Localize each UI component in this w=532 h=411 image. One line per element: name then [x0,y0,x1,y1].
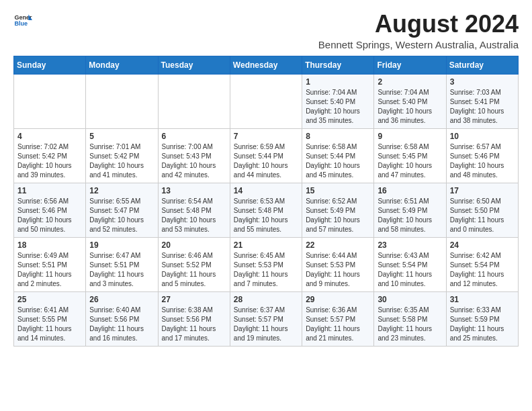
cell-content: Sunrise: 7:04 AMSunset: 5:40 PMDaylight:… [378,88,442,126]
calendar-cell: 3Sunrise: 7:03 AMSunset: 5:41 PMDaylight… [446,74,518,128]
day-number: 1 [306,77,370,87]
day-number: 12 [89,186,154,195]
cell-content: Sunrise: 6:38 AMSunset: 5:56 PMDaylight:… [162,306,226,343]
calendar-cell: 19Sunrise: 6:47 AMSunset: 5:51 PMDayligh… [86,237,158,291]
cell-content: Sunrise: 6:44 AMSunset: 5:53 PMDaylight:… [306,251,370,289]
location-title: Bennett Springs, Western Australia, Aust… [318,39,519,50]
week-row-4: 18Sunrise: 6:49 AMSunset: 5:51 PMDayligh… [14,237,519,291]
calendar-cell: 5Sunrise: 7:01 AMSunset: 5:42 PMDaylight… [86,128,158,183]
title-area: August 2024 Bennett Springs, Western Aus… [318,11,519,50]
calendar-cell: 16Sunrise: 6:51 AMSunset: 5:49 PMDayligh… [374,183,446,237]
day-number: 2 [378,77,442,87]
day-number: 8 [306,132,370,141]
cell-content: Sunrise: 7:04 AMSunset: 5:40 PMDaylight:… [306,88,370,126]
calendar-cell: 27Sunrise: 6:38 AMSunset: 5:56 PMDayligh… [158,291,230,346]
day-number: 15 [306,186,370,195]
cell-content: Sunrise: 6:54 AMSunset: 5:48 PMDaylight:… [162,197,226,234]
calendar-cell [86,74,158,128]
header-day-monday: Monday [86,56,158,74]
calendar-cell [158,74,230,128]
calendar-cell [14,74,86,128]
calendar-cell: 30Sunrise: 6:35 AMSunset: 5:58 PMDayligh… [374,291,446,346]
day-number: 13 [162,186,226,195]
week-row-3: 11Sunrise: 6:56 AMSunset: 5:46 PMDayligh… [14,183,519,237]
header: General Blue August 2024 Bennett Springs… [13,11,519,50]
calendar-cell: 13Sunrise: 6:54 AMSunset: 5:48 PMDayligh… [158,183,230,237]
cell-content: Sunrise: 6:58 AMSunset: 5:44 PMDaylight:… [306,142,370,180]
calendar-cell: 10Sunrise: 6:57 AMSunset: 5:46 PMDayligh… [446,128,518,183]
header-day-thursday: Thursday [302,56,374,74]
cell-content: Sunrise: 6:55 AMSunset: 5:47 PMDaylight:… [89,197,154,234]
calendar-cell: 24Sunrise: 6:42 AMSunset: 5:54 PMDayligh… [446,237,518,291]
week-row-2: 4Sunrise: 7:02 AMSunset: 5:42 PMDaylight… [14,128,519,183]
cell-content: Sunrise: 6:42 AMSunset: 5:54 PMDaylight:… [450,251,515,289]
calendar-cell: 7Sunrise: 6:59 AMSunset: 5:44 PMDaylight… [230,128,302,183]
day-number: 31 [450,295,515,304]
header-day-saturday: Saturday [446,56,518,74]
cell-content: Sunrise: 6:41 AMSunset: 5:55 PMDaylight:… [17,306,82,343]
calendar-cell: 18Sunrise: 6:49 AMSunset: 5:51 PMDayligh… [14,237,86,291]
day-number: 17 [450,186,515,195]
svg-text:Blue: Blue [14,20,28,27]
day-number: 11 [17,186,82,195]
calendar-table: SundayMondayTuesdayWednesdayThursdayFrid… [13,56,519,347]
cell-content: Sunrise: 7:00 AMSunset: 5:43 PMDaylight:… [162,142,226,180]
calendar-cell: 25Sunrise: 6:41 AMSunset: 5:55 PMDayligh… [14,291,86,346]
calendar-cell: 1Sunrise: 7:04 AMSunset: 5:40 PMDaylight… [302,74,374,128]
calendar-cell [230,74,302,128]
day-number: 19 [89,240,154,250]
cell-content: Sunrise: 6:56 AMSunset: 5:46 PMDaylight:… [17,197,82,234]
calendar-cell: 12Sunrise: 6:55 AMSunset: 5:47 PMDayligh… [86,183,158,237]
header-day-friday: Friday [374,56,446,74]
cell-content: Sunrise: 6:36 AMSunset: 5:57 PMDaylight:… [306,306,370,343]
cell-content: Sunrise: 6:52 AMSunset: 5:49 PMDaylight:… [306,197,370,234]
week-row-1: 1Sunrise: 7:04 AMSunset: 5:40 PMDaylight… [14,74,519,128]
day-number: 21 [234,240,298,250]
calendar-cell: 2Sunrise: 7:04 AMSunset: 5:40 PMDaylight… [374,74,446,128]
calendar-cell: 6Sunrise: 7:00 AMSunset: 5:43 PMDaylight… [158,128,230,183]
day-number: 29 [306,295,370,304]
calendar-cell: 31Sunrise: 6:33 AMSunset: 5:59 PMDayligh… [446,291,518,346]
header-day-sunday: Sunday [14,56,86,74]
cell-content: Sunrise: 6:59 AMSunset: 5:44 PMDaylight:… [234,142,298,180]
day-number: 14 [234,186,298,195]
cell-content: Sunrise: 7:03 AMSunset: 5:41 PMDaylight:… [450,88,515,126]
calendar-cell: 22Sunrise: 6:44 AMSunset: 5:53 PMDayligh… [302,237,374,291]
cell-content: Sunrise: 6:37 AMSunset: 5:57 PMDaylight:… [234,306,298,343]
month-title: August 2024 [318,11,519,38]
cell-content: Sunrise: 6:33 AMSunset: 5:59 PMDaylight:… [450,306,515,343]
calendar-cell: 14Sunrise: 6:53 AMSunset: 5:48 PMDayligh… [230,183,302,237]
day-number: 20 [162,240,226,250]
calendar-cell: 23Sunrise: 6:43 AMSunset: 5:54 PMDayligh… [374,237,446,291]
day-number: 16 [378,186,442,195]
header-day-wednesday: Wednesday [230,56,302,74]
logo: General Blue [13,11,32,30]
calendar-cell: 8Sunrise: 6:58 AMSunset: 5:44 PMDaylight… [302,128,374,183]
day-number: 24 [450,240,515,250]
calendar-cell: 20Sunrise: 6:46 AMSunset: 5:52 PMDayligh… [158,237,230,291]
day-number: 18 [17,240,82,250]
day-number: 22 [306,240,370,250]
cell-content: Sunrise: 6:57 AMSunset: 5:46 PMDaylight:… [450,142,515,180]
calendar-cell: 9Sunrise: 6:58 AMSunset: 5:45 PMDaylight… [374,128,446,183]
logo-icon: General Blue [13,11,32,30]
day-number: 28 [234,295,298,304]
day-number: 30 [378,295,442,304]
cell-content: Sunrise: 6:50 AMSunset: 5:50 PMDaylight:… [450,197,515,234]
cell-content: Sunrise: 7:02 AMSunset: 5:42 PMDaylight:… [17,142,82,180]
day-number: 7 [234,132,298,141]
day-number: 27 [162,295,226,304]
calendar-cell: 15Sunrise: 6:52 AMSunset: 5:49 PMDayligh… [302,183,374,237]
day-number: 26 [89,295,154,304]
cell-content: Sunrise: 6:47 AMSunset: 5:51 PMDaylight:… [89,251,154,289]
cell-content: Sunrise: 6:53 AMSunset: 5:48 PMDaylight:… [234,197,298,234]
cell-content: Sunrise: 6:35 AMSunset: 5:58 PMDaylight:… [378,306,442,343]
week-row-5: 25Sunrise: 6:41 AMSunset: 5:55 PMDayligh… [14,291,519,346]
header-row: SundayMondayTuesdayWednesdayThursdayFrid… [14,56,519,74]
cell-content: Sunrise: 6:45 AMSunset: 5:53 PMDaylight:… [234,251,298,289]
calendar-cell: 26Sunrise: 6:40 AMSunset: 5:56 PMDayligh… [86,291,158,346]
calendar-cell: 4Sunrise: 7:02 AMSunset: 5:42 PMDaylight… [14,128,86,183]
cell-content: Sunrise: 6:43 AMSunset: 5:54 PMDaylight:… [378,251,442,289]
calendar-cell: 11Sunrise: 6:56 AMSunset: 5:46 PMDayligh… [14,183,86,237]
calendar-cell: 17Sunrise: 6:50 AMSunset: 5:50 PMDayligh… [446,183,518,237]
